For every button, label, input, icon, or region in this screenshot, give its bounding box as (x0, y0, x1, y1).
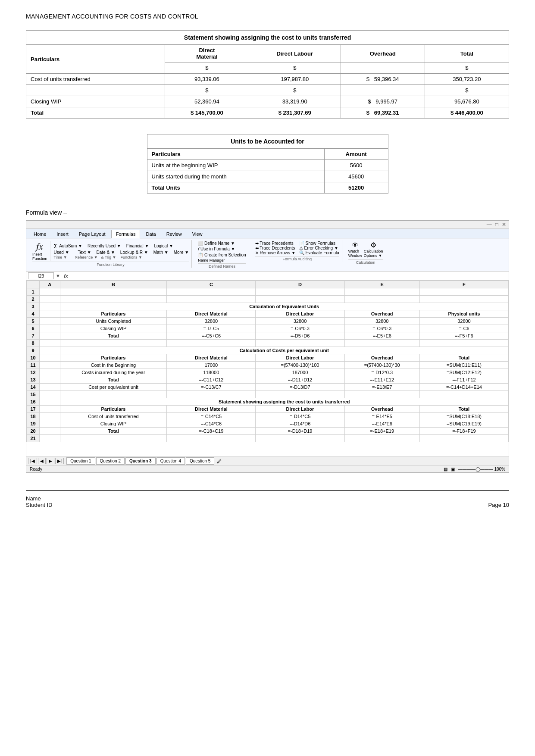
use-in-formula-btn[interactable]: 𝑓 Use in Formula ▼ (198, 247, 246, 252)
cell-d17[interactable]: Direct Labor (256, 406, 344, 413)
cell-a1[interactable] (40, 288, 60, 296)
cell-b18[interactable]: Cost of units transferred (60, 413, 167, 420)
cell-b8[interactable] (60, 340, 167, 347)
cell-a13[interactable] (40, 376, 60, 384)
cell-b5[interactable]: Units Completed (60, 318, 167, 325)
cell-f19[interactable]: =SUM(C19:E19) (419, 420, 508, 428)
cell-f7[interactable]: =-F5+F6 (419, 332, 508, 340)
cell-a8[interactable] (40, 340, 60, 347)
cell-c2[interactable] (167, 296, 256, 303)
cell-d6[interactable]: =-C6*0.3 (256, 325, 344, 332)
cell-a2[interactable] (40, 296, 60, 303)
cell-f1[interactable] (419, 288, 508, 296)
cell-d10[interactable]: Direct Labor (256, 354, 344, 362)
cell-c17[interactable]: Direct Material (167, 406, 256, 413)
cell-b12[interactable]: Costs incurred during the year (60, 369, 167, 376)
cell-a3[interactable] (40, 303, 60, 310)
cell-e1[interactable] (344, 288, 419, 296)
sheet-tab-q2[interactable]: Question 2 (96, 457, 125, 465)
zoom-slider[interactable]: ————◯——— 100% (458, 467, 505, 472)
col-a-header[interactable]: A (40, 281, 60, 288)
cell-b16-title[interactable]: Statement showing assigning the cost to … (60, 398, 508, 406)
trace-dependents-btn[interactable]: ⬅ Trace Dependents (255, 246, 296, 250)
cell-c8[interactable] (167, 340, 256, 347)
cell-c18[interactable]: =-C14*C5 (167, 413, 256, 420)
cell-c14[interactable]: =-C13/C7 (167, 384, 256, 391)
cell-a12[interactable] (40, 369, 60, 376)
cell-d4[interactable]: Direct Labor (256, 310, 344, 318)
cell-d18[interactable]: =-D14*C5 (256, 413, 344, 420)
close-btn[interactable]: ✕ (502, 222, 506, 228)
cell-d21[interactable] (256, 435, 344, 442)
cell-a14[interactable] (40, 384, 60, 391)
cell-e20[interactable]: =-E18+E19 (344, 428, 419, 435)
cell-b7[interactable]: Total (60, 332, 167, 340)
sheet-options-icon[interactable]: 🖉 (217, 459, 222, 464)
cell-c21[interactable] (167, 435, 256, 442)
tab-insert[interactable]: Insert (52, 230, 73, 238)
date-time-btn[interactable]: Date & ▼ (97, 250, 115, 255)
show-formulas-btn[interactable]: 📄 Show Formulas (299, 241, 339, 246)
cell-a4[interactable] (40, 310, 60, 318)
trace-precedents-btn[interactable]: ➡ Trace Precedents (255, 241, 296, 246)
financial-btn[interactable]: Financial ▼ (126, 244, 149, 248)
col-b-header[interactable]: B (60, 281, 167, 288)
cell-f6[interactable]: =-C6 (419, 325, 508, 332)
remove-arrows-btn[interactable]: ✕ Remove Arrows ▼ (255, 250, 296, 255)
cell-c6[interactable]: =-I7-C5 (167, 325, 256, 332)
cell-a11[interactable] (40, 362, 60, 369)
sheet-next-btn[interactable]: ▶ (47, 458, 54, 464)
cell-d20[interactable]: =-D18+D19 (256, 428, 344, 435)
cell-c11[interactable]: 17000 (167, 362, 256, 369)
tab-home[interactable]: Home (29, 230, 51, 238)
cell-b13[interactable]: Total (60, 376, 167, 384)
cell-b2[interactable] (60, 296, 167, 303)
cell-e12[interactable]: =-D12*0.3 (344, 369, 419, 376)
cell-a6[interactable] (40, 325, 60, 332)
cell-b10[interactable]: Particulars (60, 354, 167, 362)
cell-e19[interactable]: =-E14*E6 (344, 420, 419, 428)
math-btn[interactable]: Math ▼ (153, 250, 169, 255)
cell-d12[interactable]: 187000 (256, 369, 344, 376)
page-break-view-btn[interactable]: ▦ (444, 467, 447, 472)
tab-data[interactable]: Data (141, 230, 160, 238)
sheet-tab-q4[interactable]: Question 4 (156, 457, 185, 465)
cell-f13[interactable]: =-F11+F12 (419, 376, 508, 384)
cell-d7[interactable]: =-D5+D6 (256, 332, 344, 340)
cell-b20[interactable]: Total (60, 428, 167, 435)
cell-e18[interactable]: =-E14*E5 (344, 413, 419, 420)
cell-f20[interactable]: =-F18+F19 (419, 428, 508, 435)
cell-c13[interactable]: =-C11+C12 (167, 376, 256, 384)
normal-view-btn[interactable]: ▣ (451, 467, 455, 472)
sheet-tab-q3[interactable]: Question 3 (125, 457, 156, 465)
cell-f4[interactable]: Physical units (419, 310, 508, 318)
cell-d15[interactable] (256, 391, 344, 398)
cell-f5[interactable]: 32800 (419, 318, 508, 325)
cell-e15[interactable] (344, 391, 419, 398)
calculation-options-btn[interactable]: ⚙ CalculationOptions ▼ (364, 241, 383, 258)
cell-d11[interactable]: =(57400-130)*100 (256, 362, 344, 369)
cell-e5[interactable]: 32800 (344, 318, 419, 325)
cell-a15[interactable] (40, 391, 60, 398)
evaluate-formula-btn[interactable]: 🔍 Evaluate Formula (299, 250, 339, 255)
col-f-header[interactable]: F (419, 281, 508, 288)
col-e-header[interactable]: E (344, 281, 419, 288)
cell-d14[interactable]: =-D13/D7 (256, 384, 344, 391)
cell-a10[interactable] (40, 354, 60, 362)
cell-c1[interactable] (167, 288, 256, 296)
cell-b6[interactable]: Closing WIP (60, 325, 167, 332)
cell-e6[interactable]: =-C6*0.3 (344, 325, 419, 332)
error-checking-btn[interactable]: ⚠ Error Checking ▼ (299, 246, 339, 250)
sheet-last-btn[interactable]: ▶| (55, 458, 64, 464)
cell-d8[interactable] (256, 340, 344, 347)
autosum-label[interactable]: AutoSum ▼ (59, 244, 82, 248)
cell-f12[interactable]: =SUM(C12:E12) (419, 369, 508, 376)
cell-b19[interactable]: Closing WIP (60, 420, 167, 428)
cell-e10[interactable]: Overhead (344, 354, 419, 362)
cell-e14[interactable]: =-E13/E7 (344, 384, 419, 391)
cell-d13[interactable]: =-D11+D12 (256, 376, 344, 384)
recently-used-btn[interactable]: Recently Used ▼ (88, 244, 121, 248)
cell-d19[interactable]: =-D14*D6 (256, 420, 344, 428)
name-manager-btn[interactable]: Name Manager (198, 258, 246, 262)
insert-function-btn[interactable]: 𝑓𝑥 InsertFunction (32, 241, 50, 261)
